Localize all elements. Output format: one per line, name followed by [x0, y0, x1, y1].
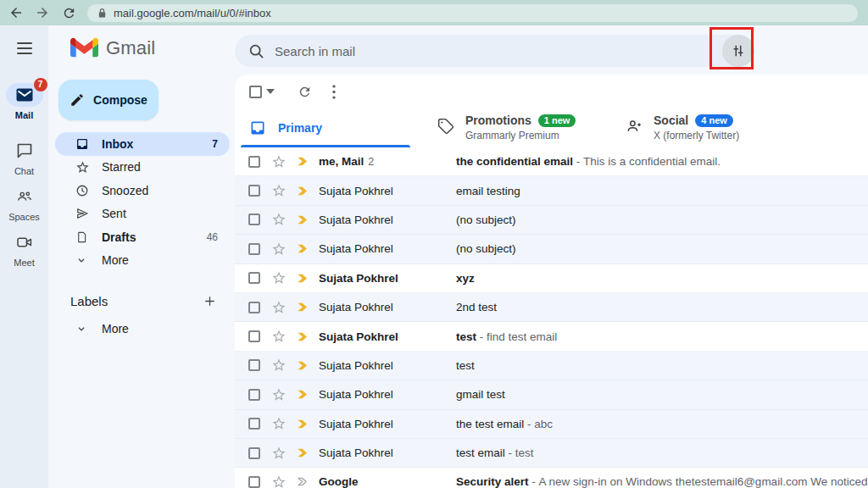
rail-label-meet: Meet	[0, 258, 48, 268]
subject: gmail test	[456, 388, 505, 401]
email-row[interactable]: Sujata Pokhrel 2nd test	[235, 293, 868, 322]
sender: me, Mail	[319, 155, 364, 168]
email-checkbox[interactable]	[248, 476, 260, 488]
email-row[interactable]: Sujata Pokhrel email testing	[235, 176, 868, 205]
thread-count: 2	[368, 156, 374, 168]
star-toggle-icon[interactable]	[271, 212, 287, 227]
importance-marker-icon[interactable]	[295, 184, 309, 198]
subject: the confidential email	[456, 155, 573, 168]
star-toggle-icon[interactable]	[271, 270, 287, 286]
add-label-icon[interactable]	[203, 295, 216, 308]
star-toggle-icon[interactable]	[271, 154, 287, 169]
importance-marker-icon[interactable]	[295, 330, 309, 344]
star-toggle-icon[interactable]	[271, 241, 287, 257]
email-row[interactable]: Sujata Pokhrel (no subject)	[235, 235, 868, 263]
sidebar-item-snoozed[interactable]: Snoozed	[55, 179, 230, 202]
email-row[interactable]: Sujata Pokhrel (no subject)	[235, 206, 868, 235]
rail-item-chat[interactable]: Chat	[0, 142, 48, 176]
snippet: - This is a confidential email.	[573, 155, 721, 168]
email-checkbox[interactable]	[248, 302, 260, 313]
app-rail: 7 Mail Chat Spaces Meet	[0, 25, 48, 488]
rail-item-meet[interactable]: Meet	[0, 234, 48, 268]
importance-marker-icon[interactable]	[295, 271, 309, 286]
star-toggle-icon[interactable]	[271, 329, 287, 344]
browser-back-icon[interactable]	[8, 5, 24, 20]
browser-forward-icon[interactable]	[35, 5, 50, 20]
subject: the test email	[456, 418, 524, 430]
chevron-down-icon	[75, 323, 90, 335]
rail-item-mail[interactable]: 7 Mail	[0, 83, 48, 120]
select-all-checkbox[interactable]	[249, 86, 262, 98]
email-checkbox[interactable]	[248, 272, 260, 284]
tune-icon	[731, 43, 746, 58]
star-toggle-icon[interactable]	[271, 474, 287, 488]
importance-marker-icon[interactable]	[295, 358, 309, 373]
subject: email testing	[456, 185, 520, 197]
lock-icon	[97, 8, 107, 19]
email-checkbox[interactable]	[248, 418, 260, 430]
star-toggle-icon[interactable]	[271, 358, 287, 373]
importance-marker-icon[interactable]	[295, 154, 309, 169]
sidebar-item-inbox[interactable]: Inbox 7	[55, 132, 230, 156]
main-menu-icon[interactable]	[0, 42, 48, 54]
rail-item-spaces[interactable]: Spaces	[0, 188, 48, 222]
tab-primary[interactable]: Primary	[235, 108, 423, 147]
tab-social[interactable]: Social 4 new X (formerly Twitter)	[611, 108, 799, 147]
importance-marker-icon[interactable]	[295, 446, 309, 460]
sender: Sujata Pokhrel	[319, 242, 393, 255]
email-row[interactable]: Google Security alert - A new sign-in on…	[235, 468, 868, 488]
address-bar[interactable]: mail.google.com/mail/u/0/#inbox	[87, 4, 858, 22]
sidebar-item-starred[interactable]: Starred	[55, 156, 230, 180]
importance-marker-icon[interactable]	[295, 300, 309, 314]
select-dropdown-icon[interactable]	[266, 89, 275, 94]
list-toolbar	[235, 75, 868, 108]
sidebar-item-sent[interactable]: Sent	[55, 202, 230, 226]
email-checkbox[interactable]	[248, 156, 260, 168]
importance-marker-icon[interactable]	[295, 387, 309, 402]
email-row[interactable]: Sujata Pokhrel test	[235, 352, 868, 380]
email-row[interactable]: Sujata Pokhrel the test email - abc	[235, 410, 868, 439]
rail-label-mail: Mail	[0, 110, 48, 120]
email-checkbox[interactable]	[248, 389, 260, 401]
subject: (no subject)	[456, 242, 516, 255]
sidebar-item-labels-more[interactable]: More	[55, 317, 230, 341]
browser-reload-icon[interactable]	[61, 5, 76, 20]
email-checkbox[interactable]	[248, 359, 260, 371]
star-toggle-icon[interactable]	[271, 446, 287, 461]
gmail-logo[interactable]: Gmail	[70, 37, 155, 59]
email-checkbox[interactable]	[248, 330, 260, 342]
sender: Sujata Pokhrel	[319, 418, 393, 430]
more-options-icon[interactable]	[332, 85, 336, 99]
sidebar-item-drafts[interactable]: Drafts 46	[55, 225, 230, 249]
email-checkbox[interactable]	[248, 243, 260, 255]
email-row[interactable]: Sujata Pokhrel test - find test email	[235, 322, 868, 351]
sender: Sujata Pokhrel	[319, 301, 393, 313]
active-tab-underline	[241, 145, 410, 147]
sidebar-item-more[interactable]: More	[55, 249, 230, 273]
gmail-m-icon	[70, 37, 98, 59]
star-toggle-icon[interactable]	[271, 387, 287, 402]
labels-header: Labels	[55, 288, 230, 313]
drafts-count: 46	[207, 231, 218, 243]
email-checkbox[interactable]	[248, 214, 260, 225]
email-row[interactable]: Sujata Pokhrel test email - test	[235, 439, 868, 468]
search-options-button[interactable]	[722, 35, 754, 67]
importance-marker-icon[interactable]	[295, 417, 309, 431]
email-checkbox[interactable]	[248, 447, 260, 459]
compose-button[interactable]: Compose	[58, 80, 159, 120]
importance-marker-icon[interactable]	[295, 241, 309, 256]
email-checkbox[interactable]	[248, 185, 260, 197]
importance-marker-icon[interactable]	[295, 474, 309, 488]
star-toggle-icon[interactable]	[271, 183, 287, 198]
star-toggle-icon[interactable]	[271, 300, 287, 315]
refresh-icon[interactable]	[298, 85, 312, 99]
importance-marker-icon[interactable]	[295, 213, 309, 227]
email-row[interactable]: Sujata Pokhrel gmail test	[235, 380, 868, 409]
tab-promotions[interactable]: Promotions 1 new Grammarly Premium	[423, 108, 611, 147]
star-toggle-icon[interactable]	[271, 416, 287, 431]
email-row[interactable]: me, Mail 2 the confidential email - This…	[235, 147, 868, 176]
search-icon	[248, 43, 264, 59]
email-row[interactable]: Sujata Pokhrel xyz	[235, 264, 868, 293]
search-input[interactable]	[275, 44, 722, 58]
sender: Sujata Pokhrel	[319, 330, 398, 343]
